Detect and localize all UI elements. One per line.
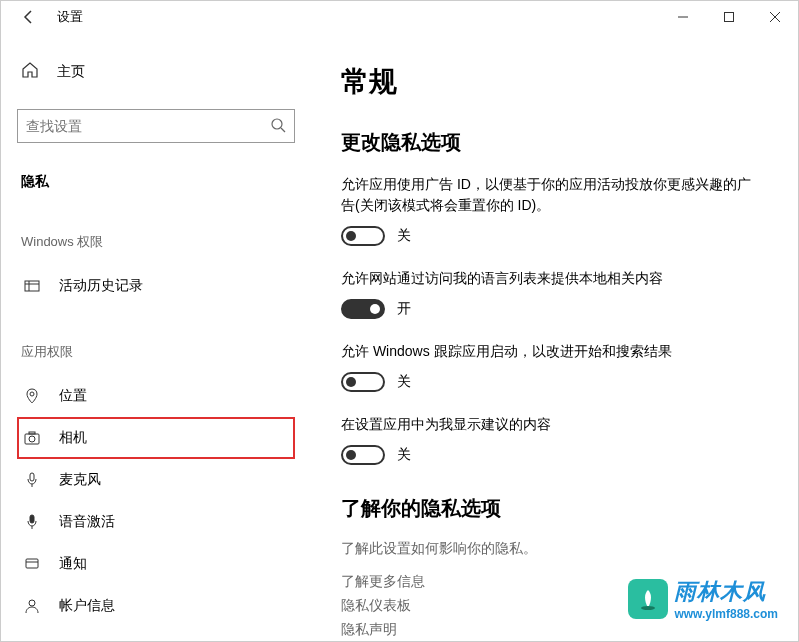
sidebar-item-voice-activation[interactable]: 语音激活 <box>17 501 295 543</box>
minimize-button[interactable] <box>660 1 706 33</box>
maximize-button[interactable] <box>706 1 752 33</box>
category-header: 隐私 <box>17 167 295 197</box>
main-content: 常规 更改隐私选项 允许应用使用广告 ID，以便基于你的应用活动投放你更感兴趣的… <box>311 33 798 641</box>
svg-rect-12 <box>29 432 35 434</box>
sidebar-item-camera[interactable]: 相机 <box>17 417 295 459</box>
sidebar-item-account-info[interactable]: 帐户信息 <box>17 585 295 627</box>
microphone-icon <box>23 472 41 488</box>
sidebar-item-label: 活动历史记录 <box>59 277 143 295</box>
toggle-app-launch-tracking[interactable] <box>341 372 385 392</box>
group-windows-permissions: Windows 权限 <box>17 229 295 255</box>
notification-icon <box>23 556 41 572</box>
sidebar-item-activity-history[interactable]: 活动历史记录 <box>17 265 295 307</box>
home-label: 主页 <box>57 63 85 81</box>
svg-rect-13 <box>30 473 34 481</box>
watermark-url: www.ylmf888.com <box>674 607 778 621</box>
group-app-permissions: 应用权限 <box>17 339 295 365</box>
option-ad-id: 允许应用使用广告 ID，以便基于你的应用活动投放你更感兴趣的广告(关闭该模式将会… <box>341 174 758 246</box>
option-description: 允许 Windows 跟踪应用启动，以改进开始和搜索结果 <box>341 341 758 362</box>
activity-icon <box>23 278 41 294</box>
option-language-list: 允许网站通过访问我的语言列表来提供本地相关内容 开 <box>341 268 758 319</box>
toggle-state-label: 开 <box>397 300 411 318</box>
svg-rect-6 <box>25 281 39 291</box>
link-privacy-statement[interactable]: 隐私声明 <box>341 618 758 641</box>
svg-point-4 <box>272 119 282 129</box>
toggle-language-list[interactable] <box>341 299 385 319</box>
watermark: 雨林木风 www.ylmf888.com <box>628 577 778 621</box>
svg-point-9 <box>30 392 34 396</box>
toggle-suggested-content[interactable] <box>341 445 385 465</box>
sidebar-item-label: 麦克风 <box>59 471 101 489</box>
voice-icon <box>23 514 41 530</box>
section-learn-privacy: 了解你的隐私选项 <box>341 495 758 522</box>
window-controls <box>660 1 798 33</box>
svg-point-11 <box>29 436 35 442</box>
home-icon <box>21 61 41 83</box>
sidebar-item-label: 语音激活 <box>59 513 115 531</box>
option-description: 允许应用使用广告 ID，以便基于你的应用活动投放你更感兴趣的广告(关闭该模式将会… <box>341 174 758 216</box>
sidebar-item-label: 帐户信息 <box>59 597 115 615</box>
section-privacy-options: 更改隐私选项 <box>341 129 758 156</box>
toggle-state-label: 关 <box>397 446 411 464</box>
svg-line-5 <box>281 128 285 132</box>
search-box[interactable] <box>17 109 295 143</box>
sidebar-item-label: 通知 <box>59 555 87 573</box>
titlebar: 设置 <box>1 1 798 33</box>
toggle-state-label: 关 <box>397 227 411 245</box>
sidebar: 主页 隐私 Windows 权限 活动历史记录 应用权限 位置 <box>1 33 311 641</box>
svg-rect-17 <box>26 559 38 568</box>
option-description: 允许网站通过访问我的语言列表来提供本地相关内容 <box>341 268 758 289</box>
toggle-state-label: 关 <box>397 373 411 391</box>
info-description: 了解此设置如何影响你的隐私。 <box>341 540 758 558</box>
close-button[interactable] <box>752 1 798 33</box>
toggle-ad-id[interactable] <box>341 226 385 246</box>
option-suggested-content: 在设置应用中为我显示建议的内容 关 <box>341 414 758 465</box>
svg-rect-1 <box>725 13 734 22</box>
camera-icon <box>23 430 41 446</box>
watermark-logo-icon <box>628 579 668 619</box>
sidebar-item-microphone[interactable]: 麦克风 <box>17 459 295 501</box>
option-app-launch-tracking: 允许 Windows 跟踪应用启动，以改进开始和搜索结果 关 <box>341 341 758 392</box>
sidebar-item-label: 位置 <box>59 387 87 405</box>
sidebar-item-notifications[interactable]: 通知 <box>17 543 295 585</box>
svg-rect-15 <box>30 515 34 523</box>
account-icon <box>23 598 41 614</box>
location-icon <box>23 388 41 404</box>
page-title: 常规 <box>341 63 758 101</box>
search-icon <box>270 117 286 136</box>
svg-point-19 <box>29 600 35 606</box>
watermark-title: 雨林木风 <box>674 577 778 607</box>
svg-point-20 <box>641 606 655 610</box>
sidebar-item-label: 相机 <box>59 429 87 447</box>
window-title: 设置 <box>57 8 83 26</box>
sidebar-item-location[interactable]: 位置 <box>17 375 295 417</box>
back-button[interactable] <box>9 1 49 33</box>
home-link[interactable]: 主页 <box>17 53 295 91</box>
option-description: 在设置应用中为我显示建议的内容 <box>341 414 758 435</box>
search-input[interactable] <box>26 118 270 134</box>
